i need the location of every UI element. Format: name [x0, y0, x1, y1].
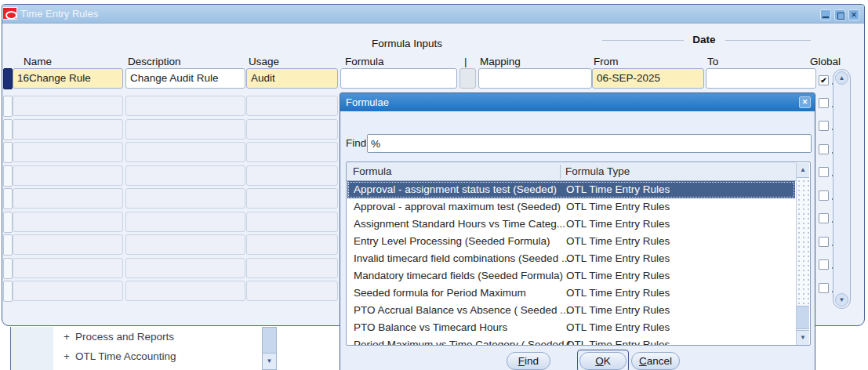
close-button[interactable]: ✕ — [848, 9, 859, 20]
empty-name-field[interactable] — [13, 119, 123, 140]
empty-name-field[interactable] — [13, 188, 123, 209]
empty-description-field[interactable] — [125, 96, 245, 116]
list-row[interactable]: Mandatory timecard fields (Seeded Formul… — [347, 267, 795, 285]
global-checkbox[interactable] — [819, 98, 829, 108]
row-type: OTL Time Entry Rules — [566, 250, 670, 267]
list-row[interactable]: Entry Level Processing (Seeded Formula) … — [347, 233, 795, 250]
empty-usage-field[interactable] — [246, 96, 338, 116]
list-row[interactable]: Approval - assignment status test (Seede… — [347, 181, 795, 198]
minimize-button[interactable] — [820, 9, 831, 20]
empty-name-field[interactable] — [13, 234, 123, 255]
expand-plus-icon[interactable]: + — [61, 350, 72, 362]
scroll-down-icon[interactable]: ▼ — [797, 330, 809, 345]
empty-description-field[interactable] — [125, 212, 245, 232]
record-scrollbar[interactable]: ▲ ▼ — [833, 69, 851, 309]
empty-usage-field[interactable] — [246, 188, 338, 209]
row-formula: PTO Balance vs Timecard Hours — [354, 319, 507, 336]
expand-plus-icon[interactable]: + — [61, 331, 72, 343]
cancel-button[interactable]: Cancel — [631, 352, 680, 370]
global-checkbox[interactable] — [819, 259, 829, 270]
global-checkbox-checked[interactable]: ✔ — [819, 75, 829, 85]
find-label: Find — [346, 137, 366, 149]
scroll-up-icon[interactable]: ▲ — [835, 71, 848, 85]
usage-field[interactable]: Audit — [246, 68, 338, 89]
record-selector[interactable] — [3, 68, 13, 89]
list-row[interactable]: Invalid timecard field combinations (See… — [347, 250, 795, 267]
date-group-label: Date — [686, 34, 722, 45]
list-row[interactable]: PTO Balance vs Timecard Hours OTL Time E… — [347, 319, 795, 336]
col-header-mapping: Mapping — [480, 56, 521, 68]
date-frame-line-right — [725, 40, 811, 41]
to-date-field[interactable] — [706, 68, 816, 89]
record-selector[interactable] — [3, 258, 13, 279]
scroll-up-icon[interactable]: ▲ — [797, 163, 809, 178]
maximize-button[interactable] — [834, 9, 845, 20]
row-type: OTL Time Entry Rules — [566, 319, 670, 336]
list-row-partial[interactable]: Period Maximum vs Time Category ( Seeded… — [347, 336, 795, 346]
empty-usage-field[interactable] — [246, 142, 338, 162]
row-type: OTL Time Entry Rules — [566, 267, 670, 285]
scrollbar-track[interactable] — [797, 179, 809, 305]
mapping-field[interactable] — [478, 68, 592, 89]
empty-usage-field[interactable] — [246, 165, 338, 186]
empty-name-field[interactable] — [13, 96, 123, 116]
global-checkbox[interactable] — [819, 144, 829, 154]
global-checkbox[interactable] — [819, 190, 829, 201]
find-button[interactable]: Find — [507, 352, 550, 370]
col-header-name: Name — [24, 56, 52, 68]
formula-field[interactable] — [340, 68, 457, 89]
empty-description-field[interactable] — [125, 142, 245, 162]
dialog-close-icon[interactable]: ✕ — [799, 96, 811, 108]
list-row[interactable]: PTO Accrual Balance vs Absence ( Seeded … — [347, 302, 795, 319]
from-date-field[interactable]: 06-SEP-2025 — [592, 68, 704, 89]
list-row[interactable]: Approval - approval maximum test (Seeded… — [347, 198, 795, 216]
list-row[interactable]: Assignment Standard Hours vs Time Categ.… — [347, 216, 795, 233]
global-checkbox[interactable] — [819, 213, 829, 223]
row-formula: PTO Accrual Balance vs Absence ( Seeded … — [354, 302, 568, 319]
empty-name-field[interactable] — [13, 258, 123, 278]
empty-usage-field[interactable] — [246, 212, 338, 232]
ok-button[interactable]: OK — [579, 352, 626, 370]
empty-usage-field[interactable] — [246, 119, 338, 140]
record-selector[interactable] — [3, 96, 13, 117]
empty-description-field[interactable] — [125, 258, 245, 278]
empty-usage-field[interactable] — [246, 234, 338, 255]
record-selector[interactable] — [3, 234, 13, 256]
col-header-separator: | — [464, 56, 467, 68]
global-checkbox[interactable] — [819, 283, 829, 293]
empty-name-field[interactable] — [13, 281, 123, 301]
global-checkbox[interactable] — [819, 237, 829, 247]
empty-name-field[interactable] — [13, 165, 123, 186]
list-scrollbar[interactable]: ▲ ▼ — [796, 163, 809, 345]
empty-description-field[interactable] — [125, 281, 245, 301]
cancel-button-mnemonic: C — [639, 355, 647, 367]
list-row[interactable]: Seeded formula for Period Maximum OTL Ti… — [347, 285, 795, 302]
empty-description-field[interactable] — [125, 188, 245, 209]
scroll-down-icon[interactable]: ▼ — [835, 293, 848, 307]
row-formula: Seeded formula for Period Maximum — [354, 285, 526, 302]
record-selector[interactable] — [3, 142, 13, 163]
find-input[interactable] — [367, 134, 812, 153]
empty-name-field[interactable] — [13, 142, 123, 162]
description-field[interactable]: Change Audit Rule — [125, 68, 245, 89]
scrollbar-thumb[interactable] — [797, 306, 809, 329]
navigator-scrollbar[interactable]: ▼ — [262, 327, 277, 370]
col-header-from: From — [594, 56, 619, 68]
record-selector[interactable] — [3, 212, 13, 233]
record-selector[interactable] — [3, 165, 13, 187]
name-field[interactable]: 16Change Rule — [13, 68, 123, 89]
scroll-down-icon[interactable]: ▼ — [263, 353, 276, 369]
record-selector[interactable] — [3, 119, 13, 140]
record-selector[interactable] — [3, 188, 13, 209]
empty-usage-field[interactable] — [246, 281, 338, 301]
global-checkbox[interactable] — [819, 121, 829, 131]
empty-description-field[interactable] — [125, 119, 245, 140]
ok-button-mnemonic: O — [595, 355, 604, 367]
empty-name-field[interactable] — [13, 212, 123, 232]
empty-description-field[interactable] — [125, 165, 245, 186]
empty-description-field[interactable] — [125, 234, 245, 255]
empty-usage-field[interactable] — [246, 258, 338, 278]
col-header-usage: Usage — [249, 56, 279, 68]
record-selector[interactable] — [3, 281, 13, 302]
global-checkbox[interactable] — [819, 167, 829, 177]
